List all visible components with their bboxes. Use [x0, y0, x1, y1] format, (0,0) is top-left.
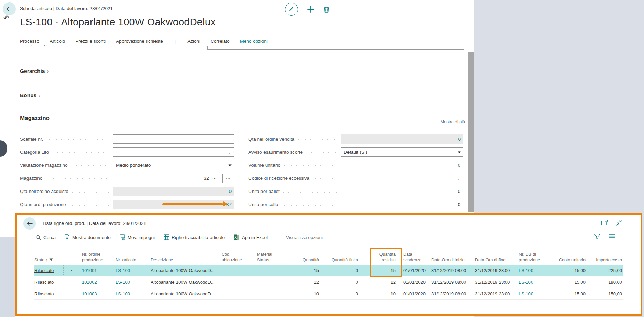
location-cell [222, 288, 257, 299]
magazzino-assist-button[interactable]: ⋯ [222, 174, 234, 183]
dialog-back-button[interactable] [23, 217, 36, 230]
location-cell [222, 276, 257, 288]
document-search-icon [65, 234, 70, 240]
chevron-down-icon[interactable]: ▾ [229, 163, 232, 167]
item-no-link[interactable]: LS-100 [116, 265, 151, 276]
status-cell[interactable]: Rilasciato [34, 288, 63, 299]
new-button[interactable] [307, 6, 314, 13]
field-label: Volume unitario [248, 163, 280, 168]
vertical-scrollbar[interactable] [468, 52, 474, 212]
nav-articolo[interactable]: Articolo [50, 39, 65, 44]
row-menu-icon[interactable]: ⋮ [63, 265, 79, 276]
chevron-down-icon[interactable]: ⌄ [228, 150, 231, 155]
show-document-button[interactable]: Mostra documento [65, 234, 111, 240]
end-datetime-cell: 31/12/2019 23:00 [475, 265, 519, 276]
quantity-cell: 12 [295, 276, 322, 288]
valutazione-magazzino-select[interactable]: Medio ponderato▾ [113, 161, 234, 170]
back-button[interactable] [3, 2, 16, 15]
col-quantita-residua[interactable]: Quantitàresidua [361, 252, 402, 263]
nav-processo[interactable]: Processo [20, 39, 39, 44]
dotted-leader [46, 139, 109, 140]
nav-azioni[interactable]: Azioni [187, 39, 200, 44]
field-label: Qtà nell'ordine vendita [248, 136, 294, 142]
description-cell: Altoparlante 100W OakwoodD... [151, 276, 222, 288]
field-label: Qtà nell'ordine acquisto [20, 189, 68, 194]
column-filter-icon [49, 258, 53, 262]
unita-per-collo-input[interactable]: 0 [341, 200, 463, 209]
codice-ricezione-input[interactable]: ⌄ [341, 174, 463, 183]
scaffale-nr-input[interactable] [113, 134, 234, 144]
chevron-down-icon[interactable]: ⌄ [457, 176, 460, 181]
tracciabilita-button[interactable]: Righe tracciabilità articolo [164, 234, 225, 240]
nav-approvazione-richieste[interactable]: Approvazione richieste [116, 39, 163, 44]
search-button[interactable]: Cerca [36, 235, 56, 240]
unita-per-pallet-input[interactable]: 0 [341, 187, 463, 196]
edit-button[interactable] [285, 3, 298, 16]
status-cell[interactable]: Rilasciato [34, 268, 54, 273]
col-nr-articolo[interactable]: Nr. articolo [116, 257, 151, 263]
nav-correlato[interactable]: Correlato [211, 39, 230, 44]
section-bonus[interactable]: Bonus› [20, 92, 40, 98]
order-no-link[interactable]: 101001 [79, 265, 116, 276]
nav-meno-opzioni[interactable]: Meno opzioni [240, 39, 268, 44]
prod-db-no-link[interactable]: LS-100 [519, 276, 555, 288]
open-in-window-icon[interactable] [601, 219, 608, 226]
list-view-icon[interactable] [609, 234, 615, 239]
col-importo-costo[interactable]: Importo costo [589, 257, 623, 263]
col-material-status[interactable]: MaterialStatus [257, 252, 295, 263]
mov-impegni-button[interactable]: Mov. impegni [120, 234, 155, 240]
dotted-leader [305, 152, 337, 153]
location-cell [222, 265, 257, 276]
avviso-esaurimento-select[interactable]: Default (Sì)▾ [341, 147, 463, 157]
status-cell[interactable]: Rilasciato [34, 276, 63, 288]
qta-ordine-acquisto-value: 0 [113, 187, 234, 196]
col-quantita-finita[interactable]: Quantità finita [322, 257, 361, 263]
pencil-icon [289, 7, 294, 12]
open-in-excel-button[interactable]: X Apri in Excel [234, 234, 268, 240]
section-magazzino[interactable]: Magazzino [20, 115, 50, 122]
col-data-ora-inizio[interactable]: Data-Ora di inizio [431, 257, 475, 263]
start-datetime-cell: 31/12/2019 08:00 [431, 288, 475, 299]
item-no-link[interactable]: LS-100 [116, 276, 151, 288]
end-datetime-cell: 31/12/2019 23:00 [475, 288, 519, 299]
field-label: Unità per collo [248, 202, 278, 207]
breadcrumb[interactable]: Scheda articolo | Data del lavoro: 28/01… [20, 6, 113, 11]
nav-divider: | [175, 39, 176, 44]
nav-prezzi-e-sconti[interactable]: Prezzi e sconti [75, 39, 106, 44]
side-panel-handle[interactable] [0, 140, 7, 157]
col-descrizione[interactable]: Descrizione [151, 257, 222, 263]
chevron-down-icon[interactable]: ▾ [458, 150, 461, 154]
col-data-ora-fine[interactable]: Data-Ora di fine [475, 257, 519, 263]
table-row[interactable]: Rilasciato ⋮ 101001 LS-100 Altoparlante … [34, 265, 623, 276]
col-nr-db-produzione[interactable]: Nr. DB diproduzione [519, 252, 555, 263]
clipped-field-input[interactable] [207, 46, 464, 50]
col-stato[interactable]: Stato ↑ [34, 257, 63, 263]
dotted-leader [71, 192, 109, 193]
show-more-link[interactable]: Mostra di più [433, 120, 465, 124]
filter-icon[interactable] [594, 234, 600, 240]
toolbar-underline [22, 244, 634, 244]
prod-db-no-link[interactable]: LS-100 [519, 265, 555, 276]
order-no-link[interactable]: 101003 [79, 288, 116, 299]
qta-ordine-vendita-value: 0 [341, 134, 463, 144]
view-options-button[interactable]: Visualizza opzioni [286, 235, 323, 240]
ellipsis-icon[interactable]: ⋯ [212, 176, 217, 181]
table-row[interactable]: Rilasciato 101002 LS-100 Altoparlante 10… [34, 276, 623, 288]
table-row[interactable]: Rilasciato 101003 LS-100 Altoparlante 10… [34, 288, 623, 300]
col-quantita[interactable]: Quantità [295, 257, 322, 263]
col-cod-ubicazione[interactable]: Cod.ubicazione [222, 252, 257, 263]
categoria-lifo-input[interactable]: ⌄ [113, 147, 234, 157]
prod-db-no-link[interactable]: LS-100 [519, 288, 555, 299]
material-status-cell [257, 288, 295, 299]
order-no-link[interactable]: 101002 [79, 276, 116, 288]
volume-unitario-input[interactable]: 0 [341, 161, 463, 170]
section-gerarchia[interactable]: Gerarchia› [20, 68, 49, 74]
magazzino-input[interactable]: 32⋯ [113, 174, 220, 183]
col-nr-ordine[interactable]: Nr. ordineproduzione [79, 252, 116, 263]
item-no-link[interactable]: LS-100 [116, 288, 151, 299]
collapse-icon[interactable] [616, 219, 623, 226]
remaining-qty-cell: 15 [361, 265, 402, 276]
col-data-scadenza[interactable]: Datascadenza [402, 252, 431, 263]
delete-button[interactable] [323, 6, 330, 13]
col-costo-unitario[interactable]: Costo unitario [555, 257, 589, 263]
